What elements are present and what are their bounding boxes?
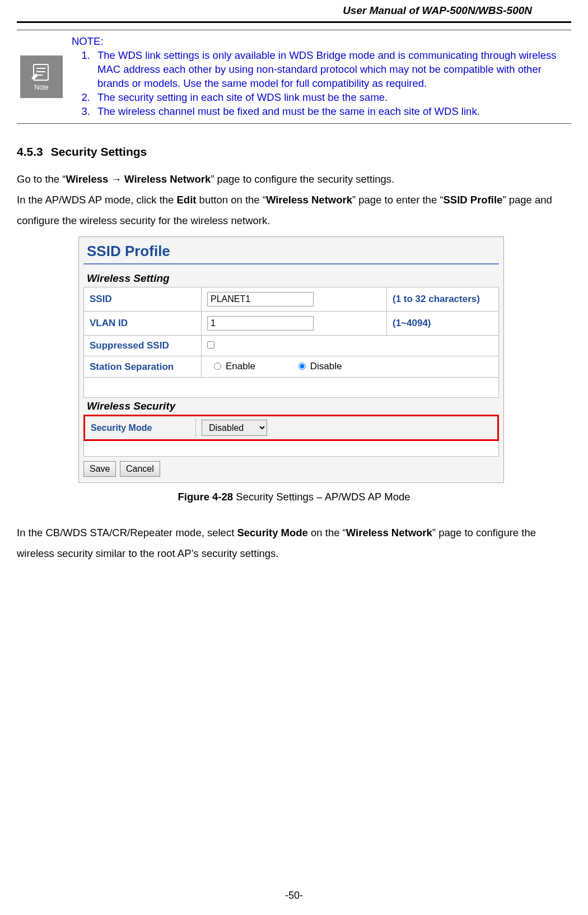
security-mode-highlight: Security Mode Disabled (83, 415, 499, 441)
figure-title: SSID Profile (83, 241, 499, 260)
p3-b1: Security Mode (237, 527, 307, 538)
p3-t2: on the “ (308, 527, 346, 538)
label-station: Station Separation (84, 356, 202, 378)
station-enable-label: Enable (226, 361, 255, 372)
hint-vlan: (1~4094) (387, 311, 499, 335)
p1-b2: Wireless Network (122, 173, 211, 185)
cancel-button[interactable]: Cancel (120, 461, 160, 477)
p3-t1: In the CB/WDS STA/CR/Repeater mode, sele… (17, 527, 237, 538)
paragraph-1: Go to the “Wireless → Wireless Network” … (17, 169, 571, 189)
vlan-input[interactable] (207, 316, 314, 331)
paragraph-2: In the AP/WDS AP mode, click the Edit bu… (17, 189, 571, 231)
note-item-1: The WDS link settings is only available … (93, 49, 568, 91)
cell-suppressed (202, 335, 499, 356)
p3-b2: Wireless Network (346, 527, 432, 538)
wireless-security-heading: Wireless Security (83, 398, 499, 415)
cell-station: Enable Disable (202, 356, 499, 378)
row-suppressed: Suppressed SSID (84, 335, 499, 356)
cell-ssid-input (202, 287, 387, 311)
header-divider (17, 21, 571, 23)
row-ssid: SSID (1 to 32 characters) (84, 287, 499, 311)
button-row: Save Cancel (83, 457, 499, 478)
cell-vlan-input (202, 311, 387, 335)
note-item-2: The security setting in each site of WDS… (93, 91, 568, 105)
row-station: Station Separation Enable Disable (84, 356, 499, 378)
p2-b1: Edit (177, 194, 197, 206)
ssid-profile-figure: SSID Profile Wireless Setting SSID (1 to… (78, 236, 504, 484)
cell-security-mode: Disabled (196, 416, 273, 439)
section-title: Security Settings (51, 145, 147, 158)
spacer (84, 378, 499, 398)
p2-t1: In the AP/WDS AP mode, click the (17, 194, 177, 206)
p2-t2: button on the “ (196, 194, 265, 206)
ssid-input[interactable] (207, 292, 314, 306)
suppressed-checkbox[interactable] (207, 341, 214, 349)
wireless-setting-table: SSID (1 to 32 characters) VLAN ID (1~409… (83, 287, 499, 398)
p1-post: ” page to configure the security setting… (211, 173, 394, 185)
page-header-title: User Manual of WAP-500N/WBS-500N (0, 0, 588, 21)
row-vlan: VLAN ID (1~4094) (84, 311, 499, 335)
arrow-icon: → (111, 173, 122, 185)
note-title: NOTE: (72, 35, 568, 49)
hint-ssid: (1 to 32 characters) (387, 287, 499, 311)
note-text: NOTE: The WDS link settings is only avai… (66, 34, 571, 120)
p1-pre: Go to the “ (17, 173, 66, 185)
p1-b1: Wireless (66, 173, 111, 185)
page-footer: -50- (0, 890, 588, 902)
section-heading: 4.5.3Security Settings (17, 145, 571, 159)
note-icon-label: Note (34, 83, 48, 91)
p2-t3: ” page to enter the “ (352, 194, 444, 206)
figure-divider (83, 263, 499, 264)
paragraph-3: In the CB/WDS STA/CR/Repeater mode, sele… (17, 522, 571, 564)
note-box: Note NOTE: The WDS link settings is only… (17, 30, 571, 124)
label-suppressed: Suppressed SSID (84, 335, 202, 356)
station-disable-radio[interactable] (298, 363, 306, 370)
note-icon-wrap: Note (17, 34, 66, 120)
note-item-3: The wireless channel must be fixed and m… (93, 105, 568, 119)
label-vlan: VLAN ID (84, 311, 202, 335)
wireless-setting-heading: Wireless Setting (83, 270, 499, 287)
label-ssid: SSID (84, 287, 202, 311)
label-security-mode: Security Mode (85, 419, 196, 438)
blank-row (83, 441, 499, 457)
p2-b3: SSID Profile (443, 194, 502, 206)
save-button[interactable]: Save (83, 461, 116, 477)
figcap-rest: Security Settings – AP/WDS AP Mode (236, 491, 410, 503)
figcap-bold: Figure 4-28 (178, 491, 236, 503)
note-icon: Note (20, 55, 63, 98)
station-disable-label: Disable (310, 361, 342, 372)
section-number: 4.5.3 (17, 145, 43, 159)
station-enable-radio[interactable] (214, 363, 221, 370)
security-mode-select[interactable]: Disabled (202, 420, 267, 436)
p2-b2: Wireless Network (266, 194, 352, 206)
figure-caption: Figure 4-28 Security Settings – AP/WDS A… (17, 491, 571, 503)
